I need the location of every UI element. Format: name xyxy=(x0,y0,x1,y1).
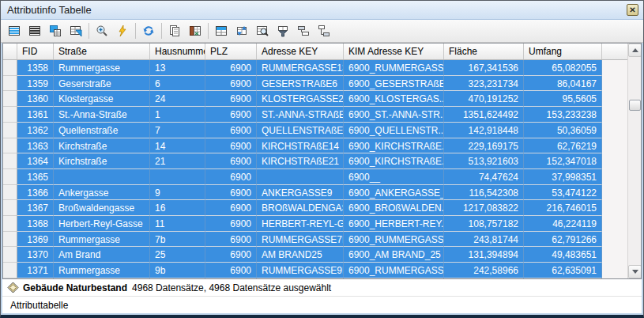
cell-umfang[interactable]: 46,224119 xyxy=(524,216,602,232)
cell-fid[interactable]: 1366 xyxy=(17,185,54,201)
reload-table-icon[interactable] xyxy=(232,21,252,41)
row-selector[interactable] xyxy=(3,60,17,76)
cell-flaeche[interactable]: 116,542308 xyxy=(444,185,524,201)
row-selector[interactable] xyxy=(3,263,17,278)
switch-selection-icon[interactable] xyxy=(45,21,66,41)
cell-strasse[interactable]: Rummergasse xyxy=(54,232,150,248)
cell-umfang[interactable]: 50,36059 xyxy=(524,123,602,138)
column-header-strasse[interactable]: Straße xyxy=(54,44,150,59)
vertical-scrollbar[interactable] xyxy=(627,44,641,278)
cell-umfang[interactable]: 95,5605 xyxy=(524,91,602,107)
cell-adresse-key[interactable]: KIRCHSTRAßE14 xyxy=(257,138,344,154)
cell-plz[interactable]: 6900 xyxy=(205,123,257,138)
column-header-fid[interactable]: FID xyxy=(17,44,54,59)
relate-icon[interactable] xyxy=(314,21,334,41)
cell-plz[interactable]: 6900 xyxy=(205,91,257,107)
cell-hausnummer[interactable]: 21 xyxy=(150,153,205,169)
cell-umfang[interactable]: 49,483651 xyxy=(524,247,602,263)
cell-hausnummer[interactable]: 24 xyxy=(150,91,205,107)
cell-strasse[interactable]: Kirchstraße xyxy=(54,138,150,154)
cell-fid[interactable]: 1361 xyxy=(17,107,54,123)
table-row[interactable]: 1359 Geserstraße 6 6900 GESERSTRAßE6 690… xyxy=(3,76,627,92)
row-selector[interactable] xyxy=(3,76,17,92)
cell-flaeche[interactable]: 323,231734 xyxy=(444,76,524,92)
cell-plz[interactable]: 6900 xyxy=(205,107,257,123)
cell-adresse-key[interactable]: RUMMERGASSE13 xyxy=(257,60,344,76)
column-header-umfang[interactable]: Umfang xyxy=(524,44,602,59)
cell-umfang[interactable]: 216,746015 xyxy=(524,200,602,216)
cell-strasse[interactable]: Am Brand xyxy=(54,247,150,263)
cell-umfang[interactable]: 62,635091 xyxy=(524,263,602,278)
cell-hausnummer[interactable]: 16 xyxy=(150,200,205,216)
copy-icon[interactable] xyxy=(164,21,185,41)
cell-hausnummer[interactable]: 9b xyxy=(150,263,205,278)
cell-hausnummer[interactable] xyxy=(150,169,205,185)
row-selector[interactable] xyxy=(3,91,17,107)
cell-umfang[interactable]: 65,082055 xyxy=(524,60,602,76)
cell-adresse-key[interactable]: QUELLENSTRAßE7 xyxy=(257,123,344,138)
table-row[interactable]: 1358 Rummergasse 13 6900 RUMMERGASSE13 6… xyxy=(3,60,627,76)
table-row[interactable]: 1360 Klostergasse 24 6900 KLOSTERGASSE24… xyxy=(3,91,627,107)
cell-plz[interactable]: 6900 xyxy=(205,76,257,92)
cell-plz[interactable]: 6900 xyxy=(205,247,257,263)
cell-strasse[interactable]: Broßwaldengasse xyxy=(54,200,150,216)
cell-hausnummer[interactable]: 25 xyxy=(150,247,205,263)
cell-fid[interactable]: 1368 xyxy=(17,216,54,232)
cell-strasse[interactable]: Rummergasse xyxy=(54,60,150,76)
cell-kim-adresse-key[interactable]: 6900_RUMMERGASS... xyxy=(344,263,444,278)
cell-kim-adresse-key[interactable]: 6900_RUMMERGASS... xyxy=(344,60,444,76)
cell-strasse[interactable]: Kirchstraße xyxy=(54,153,150,169)
cell-plz[interactable]: 6900 xyxy=(205,200,257,216)
cell-fid[interactable]: 1369 xyxy=(17,232,54,248)
cell-kim-adresse-key[interactable]: 6900_KIRCHSTRAßE... xyxy=(344,153,444,169)
cell-strasse[interactable]: Rummergasse xyxy=(54,263,150,278)
cell-kim-adresse-key[interactable]: 6900_KLOSTERGAS... xyxy=(344,91,444,107)
cell-adresse-key[interactable]: RUMMERGASSE9B xyxy=(257,263,344,278)
find-in-table-icon[interactable] xyxy=(252,21,273,41)
row-selector[interactable] xyxy=(3,153,17,169)
cell-fid[interactable]: 1358 xyxy=(17,60,54,76)
cell-umfang[interactable]: 153,233238 xyxy=(524,107,602,123)
cell-hausnummer[interactable]: 7 xyxy=(150,123,205,138)
column-header-flaeche[interactable]: Fläche xyxy=(444,44,524,59)
column-header-adresse-key[interactable]: Adresse KEY xyxy=(257,44,344,59)
select-all-icon[interactable] xyxy=(4,21,24,41)
cell-flaeche[interactable]: 131,394894 xyxy=(444,247,524,263)
scroll-up-icon[interactable] xyxy=(628,44,642,57)
cell-flaeche[interactable]: 74,47624 xyxy=(444,169,524,185)
cell-fid[interactable]: 1359 xyxy=(17,76,54,92)
scrollbar-thumb[interactable] xyxy=(629,100,641,111)
cell-hausnummer[interactable]: 9 xyxy=(150,185,205,201)
cell-kim-adresse-key[interactable]: 6900_QUELLENSTR... xyxy=(344,123,444,138)
table-row[interactable]: 1370 Am Brand 25 6900 AM BRAND25 6900_AM… xyxy=(3,247,627,263)
table-row[interactable]: 1366 Ankergasse 9 6900 ANKERGASSE9 6900_… xyxy=(3,185,627,201)
cell-adresse-key[interactable]: HERBERT-REYL-GAS... xyxy=(257,216,344,232)
cell-adresse-key[interactable]: ANKERGASSE9 xyxy=(257,185,344,201)
cell-hausnummer[interactable]: 14 xyxy=(150,138,205,154)
cell-hausnummer[interactable]: 13 xyxy=(150,60,205,76)
cell-strasse[interactable]: Geserstraße xyxy=(54,76,150,92)
column-header-hausnummer[interactable]: Hausnummer xyxy=(150,44,205,59)
cell-flaeche[interactable]: 108,757182 xyxy=(444,216,524,232)
cell-fid[interactable]: 1363 xyxy=(17,138,54,154)
cell-strasse[interactable]: St.-Anna-Straße xyxy=(54,107,150,123)
show-selected-icon[interactable] xyxy=(211,21,232,41)
cell-plz[interactable]: 6900 xyxy=(205,169,257,185)
cell-adresse-key[interactable]: GESERSTRAßE6 xyxy=(257,76,344,92)
cell-flaeche[interactable]: 167,341536 xyxy=(444,60,524,76)
cell-adresse-key[interactable] xyxy=(257,169,344,185)
cell-plz[interactable]: 6900 xyxy=(205,263,257,278)
cell-umfang[interactable]: 37,998351 xyxy=(524,169,602,185)
cell-umfang[interactable]: 152,347018 xyxy=(524,153,602,169)
cell-fid[interactable]: 1371 xyxy=(17,263,54,278)
table-row[interactable]: 1365 6900 6900__ 74,47624 37,998351 xyxy=(3,169,627,185)
scroll-down-icon[interactable] xyxy=(628,265,642,278)
cell-kim-adresse-key[interactable]: 6900_ST.-ANNA-STR... xyxy=(344,107,444,123)
select-by-attributes-icon[interactable] xyxy=(66,21,86,41)
tab-attributtabelle[interactable]: Attributtabelle xyxy=(10,300,68,311)
table-row[interactable]: 1362 Quellenstraße 7 6900 QUELLENSTRAßE7… xyxy=(3,123,627,138)
cell-plz[interactable]: 6900 xyxy=(205,60,257,76)
cell-adresse-key[interactable]: AM BRAND25 xyxy=(257,247,344,263)
cell-adresse-key[interactable]: ST.-ANNA-STRAßE1 xyxy=(257,107,344,123)
cell-fid[interactable]: 1364 xyxy=(17,153,54,169)
